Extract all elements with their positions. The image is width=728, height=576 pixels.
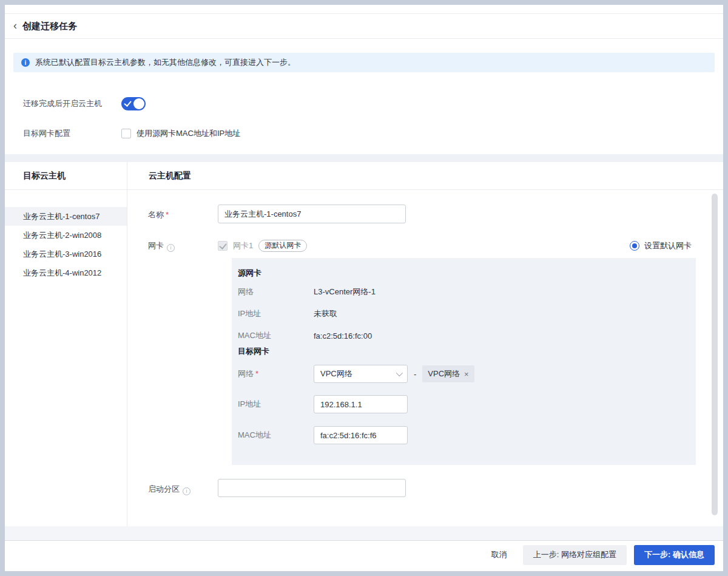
source-network-row: 网络 L3-vCenter网络-1 (238, 286, 696, 297)
options-block: i 系统已默认配置目标云主机参数，如无其他信息修改，可直接进入下一步。 迁移完成… (5, 39, 723, 154)
cancel-button[interactable]: 取消 (482, 545, 517, 565)
info-icon: i (21, 58, 30, 67)
set-default-nic-radio[interactable] (630, 241, 639, 251)
footer-gap (5, 526, 723, 540)
boot-partition-info-icon: i (183, 487, 190, 495)
target-network-tag: VPC网络 × (422, 365, 474, 382)
section-body: 业务云主机-1-centos7 业务云主机-2-win2008 业务云主机-3-… (5, 190, 723, 526)
source-default-nic-badge: 源默认网卡 (258, 240, 307, 252)
target-nic-title: 目标网卡 (238, 346, 269, 357)
mapping-dash: - (414, 370, 416, 379)
power-on-label: 迁移完成后开启云主机 (23, 98, 121, 109)
nic-config-row: 目标网卡配置 使用源网卡MAC地址和IP地址 (5, 127, 723, 140)
sidebar-item-vm-4[interactable]: 业务云主机-4-win2012 (5, 263, 127, 282)
use-source-mac-ip-checkbox[interactable] (121, 129, 131, 138)
set-default-nic-label: 设置默认网卡 (644, 240, 692, 251)
window-frame: ‹ 创建迁移任务 i 系统已默认配置目标云主机参数，如无其他信息修改，可直接进入… (0, 0, 728, 576)
nic-label: 网卡i (148, 240, 218, 251)
nic-detail-panel: 源网卡 网络 L3-vCenter网络-1 IP地址 未获取 MAC地址 f (232, 258, 696, 465)
sidebar-header: 目标云主机 (5, 162, 127, 189)
source-ip-value: 未获取 (314, 308, 337, 319)
target-nic-heading-row: 目标网卡 (238, 346, 696, 357)
name-input[interactable] (218, 205, 406, 223)
source-mac-row: MAC地址 fa:c2:5d:16:fc:00 (238, 330, 696, 341)
target-mac-input[interactable] (314, 426, 408, 444)
info-banner: i 系统已默认配置目标云主机参数，如无其他信息修改，可直接进入下一步。 (13, 53, 715, 72)
page-header: ‹ 创建迁移任务 (5, 14, 723, 39)
vm-config-section: 目标云主机 云主机配置 业务云主机-1-centos7 业务云主机-2-win2… (5, 162, 723, 526)
required-asterisk: * (166, 210, 169, 219)
config-title: 云主机配置 (149, 171, 191, 181)
source-mac-label: MAC地址 (238, 330, 314, 341)
nic1-label: 网卡1 (233, 240, 253, 251)
nic1-checkbox (218, 241, 228, 251)
target-mac-row: MAC地址 (238, 426, 696, 444)
source-network-label: 网络 (238, 286, 314, 297)
chevron-down-icon (396, 370, 403, 376)
source-mac-value: fa:c2:5d:16:fc:00 (314, 331, 372, 341)
set-default-nic-radio-group[interactable]: 设置默认网卡 (630, 240, 692, 251)
nic-row: 网卡i 网卡1 源默认网卡 设置默认网卡 (127, 240, 723, 252)
boot-partition-label: 启动分区i (148, 479, 218, 497)
source-nic-title: 源网卡 (238, 268, 261, 279)
target-network-selected-value: VPC网络 (320, 368, 396, 379)
name-label: 名称* (148, 205, 218, 223)
back-icon[interactable]: ‹ (13, 20, 17, 31)
tag-close-icon[interactable]: × (464, 370, 469, 378)
required-asterisk: * (255, 369, 258, 378)
sidebar-item-vm-2[interactable]: 业务云主机-2-win2008 (5, 226, 127, 245)
section-headers: 目标云主机 云主机配置 (5, 162, 723, 190)
target-ip-input[interactable] (314, 395, 408, 413)
config-header: 云主机配置 (127, 162, 723, 189)
nic-info-icon: i (167, 244, 175, 252)
footer-actions: 取消 上一步: 网络对应组配置 下一步: 确认信息 (5, 540, 723, 569)
info-banner-text: 系统已默认配置目标云主机参数，如无其他信息修改，可直接进入下一步。 (35, 57, 295, 68)
boot-partition-row: 启动分区i (127, 479, 723, 497)
target-ip-label: IP地址 (238, 399, 314, 410)
app: ‹ 创建迁移任务 i 系统已默认配置目标云主机参数，如无其他信息修改，可直接进入… (5, 5, 723, 571)
target-network-row: 网络* VPC网络 - VPC网络 × (238, 365, 696, 383)
sidebar-item-vm-3[interactable]: 业务云主机-3-win2016 (5, 245, 127, 263)
power-on-row: 迁移完成后开启云主机 (5, 97, 723, 111)
vm-sidebar: 业务云主机-1-centos7 业务云主机-2-win2008 业务云主机-3-… (5, 190, 127, 526)
sidebar-item-vm-1[interactable]: 业务云主机-1-centos7 (5, 207, 127, 226)
vertical-scrollbar[interactable] (712, 194, 718, 515)
target-network-tag-label: VPC网络 (428, 368, 460, 379)
next-step-button[interactable]: 下一步: 确认信息 (634, 545, 715, 565)
target-ip-row: IP地址 (238, 395, 696, 413)
target-network-select[interactable]: VPC网络 (314, 365, 408, 383)
sidebar-title: 目标云主机 (23, 171, 66, 181)
top-strip (5, 5, 723, 14)
use-source-mac-ip-label[interactable]: 使用源网卡MAC地址和IP地址 (136, 128, 240, 139)
boot-partition-input[interactable] (218, 479, 406, 497)
name-row: 名称* (127, 205, 723, 223)
target-mac-label: MAC地址 (238, 430, 314, 441)
source-ip-row: IP地址 未获取 (238, 308, 696, 319)
toggle-check-icon (124, 99, 131, 107)
target-network-label: 网络* (238, 368, 314, 379)
vm-config-form: 名称* 网卡i 网卡1 源默认网卡 设置默认网卡 (127, 190, 723, 526)
page-title: 创建迁移任务 (22, 21, 77, 32)
prev-step-button[interactable]: 上一步: 网络对应组配置 (523, 545, 627, 565)
source-network-value: L3-vCenter网络-1 (314, 286, 376, 297)
source-nic-heading-row: 源网卡 (238, 268, 696, 279)
power-on-toggle[interactable] (121, 97, 146, 110)
toggle-knob (133, 98, 144, 109)
source-ip-label: IP地址 (238, 308, 314, 319)
nic-config-label: 目标网卡配置 (23, 128, 121, 139)
section-gap (5, 154, 723, 162)
